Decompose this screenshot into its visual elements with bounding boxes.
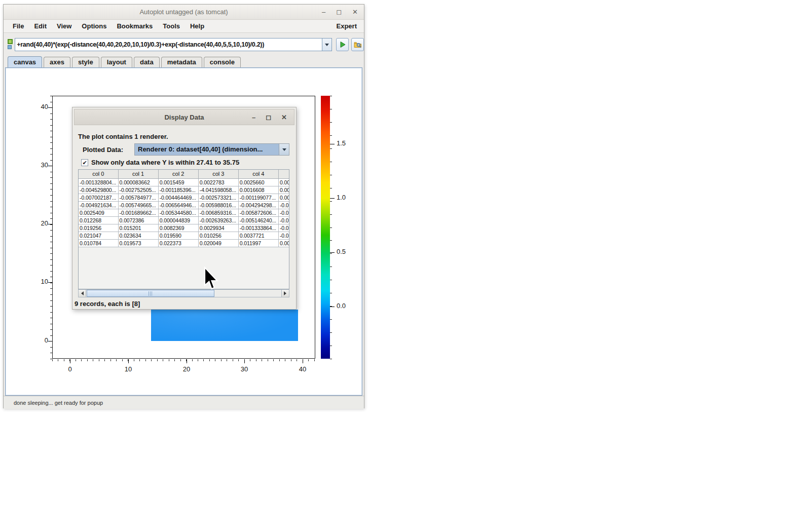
scrollbar-thumb[interactable] — [87, 290, 214, 297]
menu-edit[interactable]: Edit — [29, 22, 52, 30]
table-cell[interactable]: 0.019256 — [79, 224, 118, 232]
table-cell[interactable]: 0.0016608 — [238, 186, 278, 194]
table-row[interactable]: -0.007002187...-0.005784977...-0.0044644… — [79, 194, 289, 201]
table-cell[interactable]: 0.00 — [278, 186, 289, 194]
table-cell[interactable]: -0.0 — [278, 216, 289, 224]
table-cell[interactable]: 0.019573 — [118, 239, 158, 247]
tab-style[interactable]: style — [72, 57, 99, 67]
maximize-icon[interactable]: ◻ — [266, 115, 271, 121]
tab-axes[interactable]: axes — [44, 57, 70, 67]
column-header[interactable]: col 4 — [238, 170, 278, 178]
table-cell[interactable]: -0.002639263... — [198, 216, 238, 224]
table-cell[interactable]: -0.005872606... — [238, 209, 278, 216]
table-row[interactable]: -0.004529800...-0.002752505...-0.0011853… — [79, 186, 289, 194]
menu-view[interactable]: View — [52, 22, 77, 30]
table-cell[interactable]: 0.020049 — [198, 239, 238, 247]
table-row[interactable]: 0.0122680.00723860.000044839-0.002639263… — [79, 216, 289, 224]
inspect-uri-button[interactable] — [351, 38, 364, 51]
table-cell[interactable]: -0.001689662... — [118, 209, 158, 216]
menu-file[interactable]: File — [8, 22, 29, 30]
table-cell[interactable]: -0.004464469... — [158, 194, 198, 201]
table-cell[interactable]: -0.005344580... — [158, 209, 198, 216]
table-cell[interactable]: 0.019590 — [158, 232, 198, 239]
maximize-icon[interactable]: ◻ — [336, 9, 342, 15]
table-cell[interactable]: -0.004294298... — [238, 201, 278, 209]
table-cell[interactable]: -4.041598058... — [198, 186, 238, 194]
table-cell[interactable]: 0.0015459 — [158, 178, 198, 186]
column-header[interactable]: col 2 — [158, 170, 198, 178]
dialog-titlebar[interactable]: Display Data – ◻ ✕ — [74, 109, 294, 125]
table-cell[interactable]: 0.015201 — [118, 224, 158, 232]
table-cell[interactable]: 0.0037721 — [238, 232, 278, 239]
table-cell[interactable]: 0.00 — [278, 239, 289, 247]
table-cell[interactable]: -0.005784977... — [118, 194, 158, 201]
go-button[interactable] — [336, 38, 349, 51]
table-cell[interactable]: -0.001328804... — [79, 178, 118, 186]
table-cell[interactable]: -0.0 — [278, 209, 289, 216]
table-row[interactable]: -0.001328804...0.0000836620.00154590.002… — [79, 178, 289, 186]
horizontal-scrollbar[interactable] — [78, 289, 289, 297]
y-filter-label[interactable]: Show only data where Y is within 27.41 t… — [91, 159, 239, 166]
table-cell[interactable]: -0.001185396... — [158, 186, 198, 194]
tab-console[interactable]: console — [204, 57, 241, 67]
close-icon[interactable]: ✕ — [352, 9, 358, 15]
chevron-down-icon[interactable] — [322, 39, 331, 51]
table-cell[interactable]: 0.000044839 — [158, 216, 198, 224]
table-cell[interactable]: 0.021047 — [79, 232, 118, 239]
menu-tools[interactable]: Tools — [158, 22, 185, 30]
table-row[interactable]: -0.004921634...-0.005749665...-0.0065649… — [79, 201, 289, 209]
table-cell[interactable]: 0.000083662 — [118, 178, 158, 186]
table-cell[interactable]: 0.0029934 — [198, 224, 238, 232]
table-cell[interactable]: -0.005146240... — [238, 216, 278, 224]
table-cell[interactable]: -0.005749665... — [118, 201, 158, 209]
column-header[interactable]: col 1 — [118, 170, 158, 178]
table-cell[interactable]: 0.010784 — [79, 239, 118, 247]
column-header[interactable]: col 0 — [79, 170, 118, 178]
column-header[interactable] — [278, 170, 289, 178]
data-table-scrollpane[interactable]: col 0col 1col 2col 3col 4 -0.001328804..… — [78, 169, 289, 289]
window-titlebar[interactable]: Autoplot untagged (as tomcat) – ◻ ✕ — [4, 5, 364, 20]
tab-layout[interactable]: layout — [101, 57, 132, 67]
plot-canvas[interactable]: 40 30 20 10 0 0 10 20 30 40 1.5 1.0 0.5 … — [5, 67, 362, 396]
table-cell[interactable]: 0.022373 — [158, 239, 198, 247]
tab-metadata[interactable]: metadata — [161, 57, 202, 67]
table-cell[interactable]: 0.010256 — [198, 232, 238, 239]
table-row[interactable]: 0.0025409-0.001689662...-0.005344580...-… — [79, 209, 289, 216]
tab-data[interactable]: data — [134, 57, 160, 67]
table-cell[interactable]: -0.001199077... — [238, 194, 278, 201]
minimize-icon[interactable]: – — [252, 115, 255, 121]
scroll-right-button[interactable] — [281, 290, 289, 297]
tab-canvas[interactable]: canvas — [8, 56, 42, 67]
table-cell[interactable]: 0.0022783 — [198, 178, 238, 186]
table-cell[interactable]: -0.007002187... — [79, 194, 118, 201]
table-cell[interactable]: 0.012268 — [79, 216, 118, 224]
table-cell[interactable]: -0.002573321... — [198, 194, 238, 201]
table-cell[interactable]: -0.002752505... — [118, 186, 158, 194]
table-cell[interactable]: -0.0 — [278, 224, 289, 232]
data-table[interactable]: col 0col 1col 2col 3col 4 -0.001328804..… — [79, 170, 289, 247]
table-cell[interactable]: -0.006564946... — [158, 201, 198, 209]
table-cell[interactable]: -0.001333864... — [238, 224, 278, 232]
table-row[interactable]: 0.0192560.0152010.00823690.0029934-0.001… — [79, 224, 289, 232]
menu-options[interactable]: Options — [77, 22, 112, 30]
table-cell[interactable]: -0.0 — [278, 232, 289, 239]
menu-expert[interactable]: Expert — [337, 22, 360, 30]
plotted-data-combobox[interactable]: Renderer 0: dataset[40,40] (dimension... — [134, 143, 289, 156]
minimize-icon[interactable]: – — [322, 9, 325, 15]
table-cell[interactable]: 0.00 — [278, 194, 289, 201]
close-icon[interactable]: ✕ — [281, 115, 287, 121]
table-row[interactable]: 0.0107840.0195730.0223730.0200490.011997… — [79, 239, 289, 247]
menu-help[interactable]: Help — [185, 22, 209, 30]
table-cell[interactable]: 0.0025660 — [238, 178, 278, 186]
column-header[interactable]: col 3 — [198, 170, 238, 178]
table-cell[interactable]: 0.0072386 — [118, 216, 158, 224]
table-cell[interactable]: 0.00 — [278, 178, 289, 186]
y-filter-checkbox[interactable]: ✔ — [81, 159, 88, 166]
table-cell[interactable]: -0.006859316... — [198, 209, 238, 216]
table-cell[interactable]: 0.023634 — [118, 232, 158, 239]
table-cell[interactable]: -0.004921634... — [79, 201, 118, 209]
table-cell[interactable]: -0.004529800... — [79, 186, 118, 194]
menu-bookmarks[interactable]: Bookmarks — [112, 22, 158, 30]
table-cell[interactable]: -0.005988016... — [198, 201, 238, 209]
scrollbar-track[interactable] — [86, 290, 281, 297]
